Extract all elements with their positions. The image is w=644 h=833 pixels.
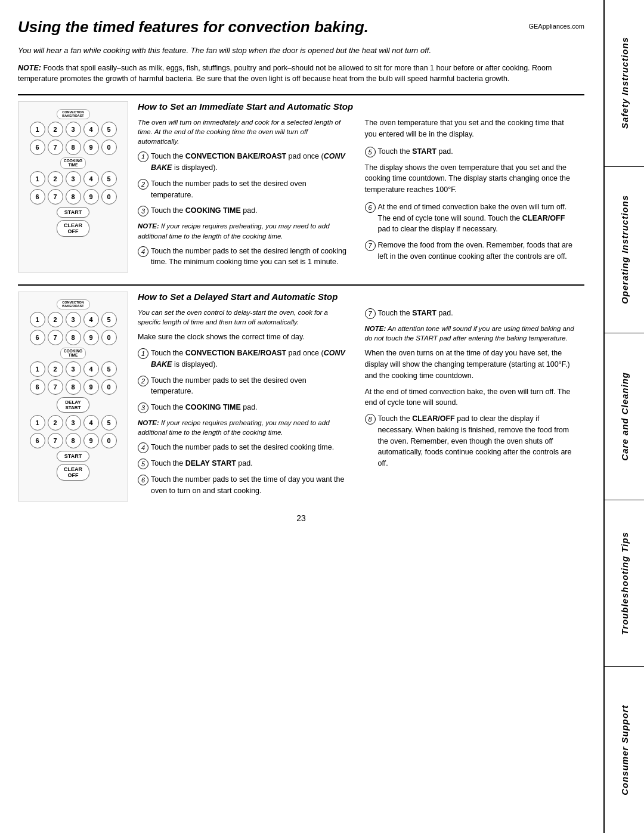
key2-1c[interactable]: 1 bbox=[30, 415, 45, 431]
step2-text-2: Touch the number pads to set the desired… bbox=[151, 375, 348, 398]
step2-num-3: 3 bbox=[138, 402, 148, 413]
step-text-7: Remove the food from the oven. Remember,… bbox=[378, 240, 575, 262]
start-button-1[interactable]: START bbox=[57, 207, 89, 218]
step2-8: 8 Touch the CLEAR/OFF pad to clear the d… bbox=[365, 413, 575, 469]
key2-2[interactable]: 2 bbox=[48, 312, 63, 327]
key2-4c[interactable]: 4 bbox=[83, 415, 99, 431]
key-8b[interactable]: 8 bbox=[66, 189, 81, 205]
key2-5[interactable]: 5 bbox=[101, 312, 117, 327]
key-7b[interactable]: 7 bbox=[48, 189, 63, 205]
section2-block: CONVECTIONBAKE/ROAST 1 2 3 4 5 6 7 8 9 0… bbox=[18, 292, 584, 501]
key2-9[interactable]: 9 bbox=[83, 330, 99, 345]
key-row-2-4: 6 7 8 9 0 bbox=[30, 379, 117, 395]
key-3b[interactable]: 3 bbox=[66, 171, 81, 187]
key2-6c[interactable]: 6 bbox=[30, 433, 45, 448]
key2-9c[interactable]: 9 bbox=[83, 433, 99, 448]
step2-text-1: Touch the CONVECTION BAKE/ROAST pad once… bbox=[151, 348, 348, 370]
step2-num-8: 8 bbox=[365, 414, 376, 425]
keypad-2: CONVECTIONBAKE/ROAST 1 2 3 4 5 6 7 8 9 0… bbox=[18, 292, 128, 501]
step2-5: 5 Touch the DELAY START pad. bbox=[138, 458, 348, 469]
key2-7c[interactable]: 7 bbox=[48, 433, 63, 448]
step2-num-7: 7 bbox=[365, 308, 376, 319]
step-text-4: Touch the number pads to set the desired… bbox=[151, 246, 348, 268]
key-row-2-5: 1 2 3 4 5 bbox=[30, 415, 117, 431]
sidebar-label-safety: Safety Instructions bbox=[620, 37, 630, 129]
step1-2: 2 Touch the number pads to set the desir… bbox=[138, 178, 348, 201]
instructions-col-2: How to Set a Delayed Start and Automatic… bbox=[128, 292, 584, 501]
start-button-2[interactable]: START bbox=[57, 451, 89, 462]
instr-right-2: 7 Touch the START pad. NOTE: An attentio… bbox=[357, 308, 575, 501]
step2-text-7: Touch the START pad. bbox=[378, 308, 575, 319]
key2-4[interactable]: 4 bbox=[83, 312, 99, 327]
key2-8[interactable]: 8 bbox=[66, 330, 81, 345]
key-0[interactable]: 0 bbox=[101, 140, 117, 155]
note-main: NOTE: Foods that spoil easily–such as mi… bbox=[18, 63, 584, 85]
step2-num-2: 2 bbox=[138, 376, 148, 386]
step2-num-1: 1 bbox=[138, 348, 148, 359]
step-num-7: 7 bbox=[365, 240, 376, 251]
key2-0b[interactable]: 0 bbox=[101, 379, 117, 395]
two-col-2: You can set the oven control to delay-st… bbox=[138, 308, 575, 501]
key2-6[interactable]: 6 bbox=[30, 330, 45, 345]
step-num-4: 4 bbox=[138, 246, 148, 257]
key2-1b[interactable]: 1 bbox=[30, 361, 45, 377]
key-5b[interactable]: 5 bbox=[101, 171, 117, 187]
key2-3c[interactable]: 3 bbox=[66, 415, 81, 431]
key2-5c[interactable]: 5 bbox=[101, 415, 117, 431]
key-6[interactable]: 6 bbox=[30, 140, 45, 155]
section1-note-left: NOTE: If your recipe requires preheating… bbox=[138, 221, 348, 240]
key2-9b[interactable]: 9 bbox=[83, 379, 99, 395]
key-row-1-4: 6 7 8 9 0 bbox=[30, 189, 117, 205]
intro-text: You will hear a fan while cooking with t… bbox=[18, 45, 584, 57]
key-8[interactable]: 8 bbox=[66, 140, 81, 155]
key2-0c[interactable]: 0 bbox=[101, 433, 117, 448]
cooking-time-label-1: COOKINGTIME bbox=[60, 157, 86, 169]
step-num-1: 1 bbox=[138, 151, 148, 162]
key-1[interactable]: 1 bbox=[30, 122, 45, 137]
sidebar-section-operating: Operating Instructions bbox=[605, 167, 644, 334]
step1-7: 7 Remove the food from the oven. Remembe… bbox=[365, 240, 575, 262]
key-2b[interactable]: 2 bbox=[48, 171, 63, 187]
key-9[interactable]: 9 bbox=[83, 140, 99, 155]
key2-6b[interactable]: 6 bbox=[30, 379, 45, 395]
key-9b[interactable]: 9 bbox=[83, 189, 99, 205]
step2-4: 4 Touch the number pads to set the desir… bbox=[138, 442, 348, 453]
sidebar-section-troubleshooting: Troubleshooting Tips bbox=[605, 500, 644, 667]
step-num-3: 3 bbox=[138, 206, 148, 216]
key2-2b[interactable]: 2 bbox=[48, 361, 63, 377]
key2-7[interactable]: 7 bbox=[48, 330, 63, 345]
key2-8b[interactable]: 8 bbox=[66, 379, 81, 395]
step2-text-5: Touch the DELAY START pad. bbox=[151, 458, 348, 469]
key-1b[interactable]: 1 bbox=[30, 171, 45, 187]
key-6b[interactable]: 6 bbox=[30, 189, 45, 205]
section2-italic-intro: You can set the oven control to delay-st… bbox=[138, 308, 348, 327]
key2-3[interactable]: 3 bbox=[66, 312, 81, 327]
step-text-2: Touch the number pads to set the desired… bbox=[151, 178, 348, 201]
key2-2c[interactable]: 2 bbox=[48, 415, 63, 431]
key-4b[interactable]: 4 bbox=[83, 171, 99, 187]
key2-7b[interactable]: 7 bbox=[48, 379, 63, 395]
key2-1[interactable]: 1 bbox=[30, 312, 45, 327]
section1-right-intro: The oven temperature that you set and th… bbox=[365, 117, 575, 140]
key-0b[interactable]: 0 bbox=[101, 189, 117, 205]
key-row-1-2: 6 7 8 9 0 bbox=[30, 140, 117, 155]
cooking-time-label-2: COOKINGTIME bbox=[60, 348, 86, 359]
key2-0[interactable]: 0 bbox=[101, 330, 117, 345]
step2-num-4: 4 bbox=[138, 442, 148, 453]
step2-7: 7 Touch the START pad. bbox=[365, 308, 575, 319]
sidebar-label-consumer: Consumer Support bbox=[620, 705, 630, 795]
key2-4b[interactable]: 4 bbox=[83, 361, 99, 377]
key2-3b[interactable]: 3 bbox=[66, 361, 81, 377]
delay-start-button[interactable]: DELAYSTART bbox=[57, 397, 89, 413]
section-divider-1 bbox=[18, 94, 584, 95]
key-5[interactable]: 5 bbox=[101, 122, 117, 137]
key-3[interactable]: 3 bbox=[66, 122, 81, 137]
key-2[interactable]: 2 bbox=[48, 122, 63, 137]
key2-8c[interactable]: 8 bbox=[66, 433, 81, 448]
key-4[interactable]: 4 bbox=[83, 122, 99, 137]
clear-off-button-2[interactable]: CLEAROFF bbox=[57, 464, 89, 481]
key-7[interactable]: 7 bbox=[48, 140, 63, 155]
key2-5b[interactable]: 5 bbox=[101, 361, 117, 377]
clear-off-button-1[interactable]: CLEAROFF bbox=[57, 220, 89, 237]
section1-block: CONVECTIONBAKE/ROAST 1 2 3 4 5 6 7 8 9 0… bbox=[18, 101, 584, 272]
